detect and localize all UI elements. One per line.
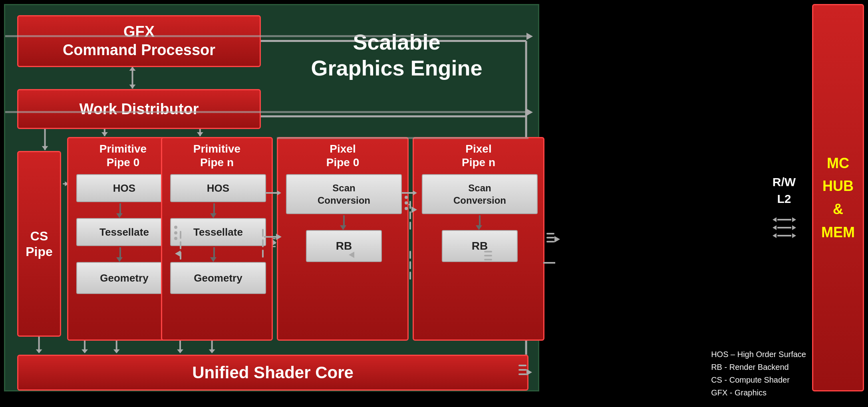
top-h-connector — [5, 35, 528, 37]
svg-marker-6 — [42, 146, 48, 150]
main-container: GFX Command Processor Work Distributor C… — [0, 0, 868, 407]
mc-hub-mem: MC HUB & MEM — [812, 4, 864, 391]
pixel-pipe-0-scan: ScanConversion — [286, 174, 402, 214]
svg-marker-4 — [129, 85, 136, 89]
svg-marker-36 — [177, 349, 183, 353]
pixel-pipe-n-scan: ScanConversion — [422, 174, 538, 214]
prim-pipe-0-hos: HOS — [76, 174, 172, 202]
prim-pipe-0-geometry: Geometry — [76, 262, 172, 294]
mid-h-connector — [5, 111, 528, 113]
prim-pipe-n-tessellate: Tessellate — [170, 218, 266, 246]
rw-l2-arrows — [773, 217, 796, 238]
green-panel: GFX Command Processor Work Distributor C… — [4, 4, 539, 391]
pixel-pipe-n: Pixel Pipe n ScanConversion RB — [413, 137, 544, 341]
pixel-pipe-0-label: Pixel Pipe 0 — [278, 138, 407, 169]
top-arrow-right — [526, 33, 533, 40]
legend: HOS – High Order Surface RB - Render Bac… — [711, 348, 806, 399]
svg-marker-34 — [113, 349, 120, 353]
gfx-command-processor: GFX Command Processor — [17, 15, 261, 67]
legend-item-1: HOS – High Order Surface — [711, 348, 806, 361]
prim-pipe-n-label: Primitive Pipe n — [162, 138, 272, 169]
legend-item-3: CS - Compute Shader — [711, 373, 806, 386]
triple-connector-prim-pixel — [262, 229, 264, 258]
cs-pipe: CS Pipe — [17, 151, 61, 337]
rb-triple-connector — [484, 251, 492, 260]
svg-marker-26 — [272, 239, 276, 246]
svg-marker-8 — [101, 132, 108, 136]
prim-pipe-n-geometry: Geometry — [170, 262, 266, 294]
primitive-pipe-n: Primitive Pipe n HOS Tessellate Geometry — [161, 137, 273, 341]
triple-connector-shader-mc — [518, 365, 526, 375]
mid-arrow-right — [526, 109, 533, 116]
pixel-ellipsis-connector — [405, 196, 408, 210]
pixel-pipe-0-rb: RB — [306, 230, 382, 262]
triple-connector-rw — [546, 233, 554, 242]
rw-l2-label: R/W L2 — [773, 174, 796, 207]
work-distributor: Work Distributor — [17, 89, 261, 129]
mc-hub-label: MC HUB & MEM — [821, 152, 855, 244]
cs-pipe-label: CS Pipe — [26, 228, 53, 259]
svg-marker-40 — [36, 349, 42, 353]
ellipsis-connector-0 — [174, 226, 177, 240]
unified-shader-label: Unified Shader Core — [192, 363, 354, 382]
triple-connector-rb — [409, 251, 411, 280]
pixel-pipe-0: Pixel Pipe 0 ScanConversion RB — [277, 137, 409, 341]
rw-l2-panel: R/W L2 — [760, 120, 808, 292]
pixel-pipe-n-rb: RB — [442, 230, 518, 262]
legend-item-2: RB - Render Backend — [711, 361, 806, 373]
prim-to-prim-arrow — [175, 250, 181, 257]
legend-item-4: GFX - Graphics — [711, 386, 806, 399]
unified-shader-core: Unified Shader Core — [17, 355, 528, 391]
svg-marker-3 — [129, 67, 136, 71]
svg-marker-38 — [209, 349, 215, 353]
svg-marker-32 — [81, 349, 88, 353]
svg-marker-10 — [197, 132, 203, 136]
triple-connector-pixels — [409, 201, 411, 230]
gfx-cp-label: GFX Command Processor — [63, 23, 215, 59]
pixel-pipe-n-label: Pixel Pipe n — [414, 138, 543, 169]
prim-pipe-0-tessellate: Tessellate — [76, 218, 172, 246]
pixel-h-connector — [277, 137, 528, 139]
work-dist-label: Work Distributor — [79, 101, 199, 118]
prim-pipe-n-hos: HOS — [170, 174, 266, 202]
rb-back-arrow — [349, 252, 354, 258]
